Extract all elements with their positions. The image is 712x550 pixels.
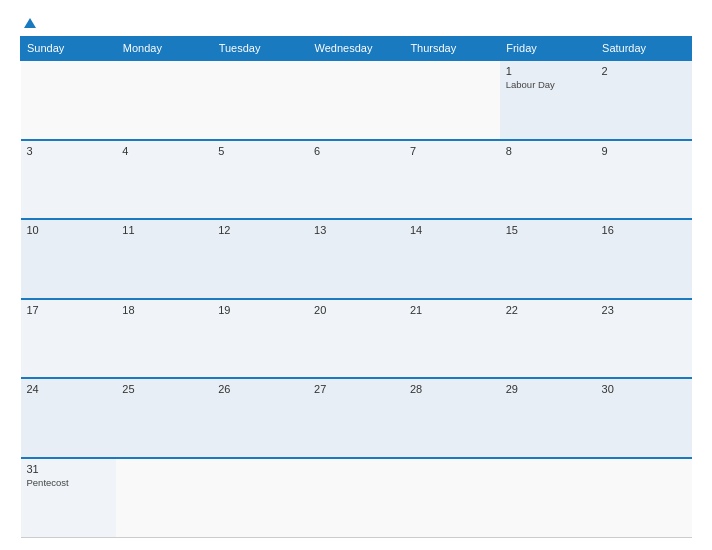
calendar-cell: 28 (404, 378, 500, 458)
calendar-cell (404, 458, 500, 538)
day-number: 11 (122, 224, 206, 236)
calendar-cell: 26 (212, 378, 308, 458)
calendar-cell: 23 (596, 299, 692, 379)
day-number: 24 (27, 383, 111, 395)
calendar-table: SundayMondayTuesdayWednesdayThursdayFrid… (20, 36, 692, 538)
day-number: 14 (410, 224, 494, 236)
calendar-cell: 29 (500, 378, 596, 458)
calendar-week-row: 31Pentecost (21, 458, 692, 538)
calendar-cell: 10 (21, 219, 117, 299)
day-number: 19 (218, 304, 302, 316)
calendar-cell: 13 (308, 219, 404, 299)
day-number: 13 (314, 224, 398, 236)
calendar-cell: 20 (308, 299, 404, 379)
day-number: 20 (314, 304, 398, 316)
day-number: 23 (602, 304, 686, 316)
day-event-label: Labour Day (506, 79, 590, 90)
day-number: 30 (602, 383, 686, 395)
day-number: 6 (314, 145, 398, 157)
day-number: 25 (122, 383, 206, 395)
calendar-cell (116, 458, 212, 538)
calendar-cell: 16 (596, 219, 692, 299)
calendar-cell: 14 (404, 219, 500, 299)
calendar-cell: 21 (404, 299, 500, 379)
calendar-cell: 11 (116, 219, 212, 299)
calendar-cell: 30 (596, 378, 692, 458)
day-number: 8 (506, 145, 590, 157)
logo (20, 18, 36, 28)
calendar-cell: 4 (116, 140, 212, 220)
calendar-cell: 24 (21, 378, 117, 458)
day-number: 7 (410, 145, 494, 157)
weekday-header-tuesday: Tuesday (212, 37, 308, 61)
day-number: 12 (218, 224, 302, 236)
calendar-cell (308, 60, 404, 140)
calendar-cell (21, 60, 117, 140)
calendar-cell: 1Labour Day (500, 60, 596, 140)
calendar-cell (404, 60, 500, 140)
calendar-cell: 19 (212, 299, 308, 379)
calendar-cell: 25 (116, 378, 212, 458)
calendar-week-row: 24252627282930 (21, 378, 692, 458)
calendar-cell (500, 458, 596, 538)
weekday-header-sunday: Sunday (21, 37, 117, 61)
top-bar (20, 18, 692, 28)
weekday-header-saturday: Saturday (596, 37, 692, 61)
day-number: 18 (122, 304, 206, 316)
calendar-cell (596, 458, 692, 538)
weekday-header-row: SundayMondayTuesdayWednesdayThursdayFrid… (21, 37, 692, 61)
calendar-cell (116, 60, 212, 140)
calendar-cell: 7 (404, 140, 500, 220)
calendar-week-row: 3456789 (21, 140, 692, 220)
day-number: 2 (602, 65, 686, 77)
day-number: 31 (27, 463, 111, 475)
day-number: 16 (602, 224, 686, 236)
weekday-header-thursday: Thursday (404, 37, 500, 61)
calendar-cell: 31Pentecost (21, 458, 117, 538)
calendar-cell: 5 (212, 140, 308, 220)
day-number: 5 (218, 145, 302, 157)
calendar-cell: 2 (596, 60, 692, 140)
weekday-header-friday: Friday (500, 37, 596, 61)
calendar-cell: 6 (308, 140, 404, 220)
day-number: 21 (410, 304, 494, 316)
day-number: 1 (506, 65, 590, 77)
weekday-header-monday: Monday (116, 37, 212, 61)
day-number: 17 (27, 304, 111, 316)
calendar-week-row: 17181920212223 (21, 299, 692, 379)
calendar-cell: 18 (116, 299, 212, 379)
day-event-label: Pentecost (27, 477, 111, 488)
calendar-cell: 9 (596, 140, 692, 220)
calendar-cell: 3 (21, 140, 117, 220)
day-number: 3 (27, 145, 111, 157)
day-number: 27 (314, 383, 398, 395)
calendar-cell (308, 458, 404, 538)
weekday-header-wednesday: Wednesday (308, 37, 404, 61)
day-number: 15 (506, 224, 590, 236)
calendar-cell (212, 60, 308, 140)
logo-triangle-icon (24, 18, 36, 28)
calendar-week-row: 10111213141516 (21, 219, 692, 299)
calendar-cell: 22 (500, 299, 596, 379)
calendar-cell: 15 (500, 219, 596, 299)
day-number: 9 (602, 145, 686, 157)
day-number: 22 (506, 304, 590, 316)
calendar-cell: 27 (308, 378, 404, 458)
calendar-week-row: 1Labour Day2 (21, 60, 692, 140)
calendar-cell: 17 (21, 299, 117, 379)
calendar-cell (212, 458, 308, 538)
calendar-cell: 8 (500, 140, 596, 220)
logo-blue-text (20, 18, 36, 28)
day-number: 29 (506, 383, 590, 395)
day-number: 26 (218, 383, 302, 395)
day-number: 28 (410, 383, 494, 395)
calendar-cell: 12 (212, 219, 308, 299)
day-number: 4 (122, 145, 206, 157)
day-number: 10 (27, 224, 111, 236)
